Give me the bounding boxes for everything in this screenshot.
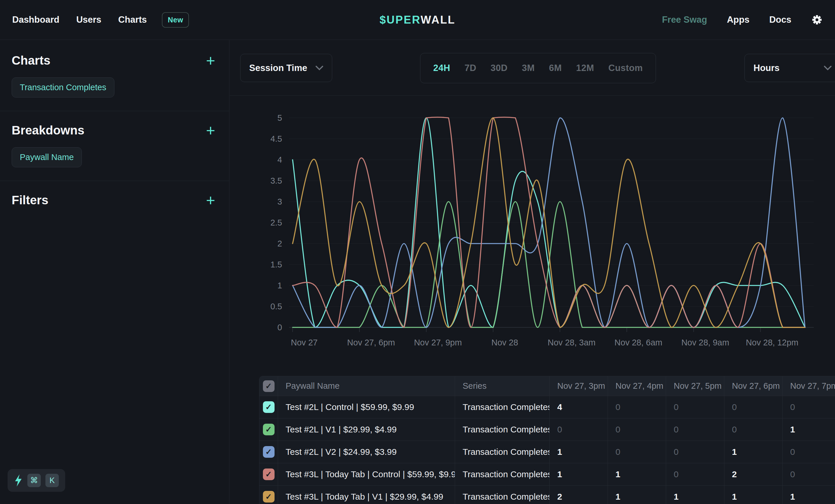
logo-accent-text: $UPER	[380, 14, 421, 26]
y-axis-label: 4	[278, 155, 282, 164]
value-cell: 0	[782, 441, 835, 463]
select-all-cell: ✓	[259, 376, 278, 396]
range-tab-12m[interactable]: 12M	[576, 63, 594, 73]
value-cell: 0	[782, 463, 835, 485]
new-badge: New	[162, 12, 189, 28]
sidebar-section-filters: Filters +	[0, 181, 229, 220]
chip-paywall-name[interactable]: Paywall Name	[12, 147, 82, 167]
value-cell: 1	[550, 463, 608, 485]
k-keycap: K	[45, 474, 59, 487]
range-tab-6m[interactable]: 6M	[549, 63, 562, 73]
table-row: ✓Test #2L | V1 | $29.99, $4.99Transactio…	[259, 418, 835, 441]
select-all-checkbox[interactable]: ✓	[263, 380, 274, 392]
value-cell: 0	[550, 418, 608, 441]
logo-rest-text: WALL	[421, 14, 456, 26]
column-header-time-5: Nov 27, 7pm	[782, 376, 835, 396]
add-chart-button[interactable]: +	[206, 55, 215, 66]
series-cell: Transaction Completes	[455, 486, 550, 504]
nav-item-free-swag[interactable]: Free Swag	[662, 15, 707, 25]
table-row: ✓Test #3L | Today Tab | Control | $59.99…	[259, 463, 835, 486]
x-axis-label: Nov 27	[291, 338, 318, 347]
nav-item-users[interactable]: Users	[76, 15, 101, 25]
row-select-cell: ✓	[259, 486, 278, 504]
column-header-paywall-name: Paywall Name	[278, 376, 455, 396]
y-axis-label: 2.5	[270, 218, 282, 227]
paywall-name-cell: Test #2L | V2 | $24.99, $3.99	[278, 441, 455, 463]
unit-select-value: Hours	[753, 63, 780, 73]
nav-item-apps[interactable]: Apps	[727, 15, 750, 25]
row-select-cell: ✓	[259, 463, 278, 485]
range-tab-7d[interactable]: 7D	[464, 63, 476, 73]
metric-select-value: Session Time	[249, 63, 307, 73]
value-cell: 1	[608, 486, 666, 504]
add-filter-button[interactable]: +	[206, 194, 215, 206]
row-select-cell: ✓	[259, 418, 278, 441]
value-cell: 0	[608, 396, 666, 418]
value-cell: 0	[608, 441, 666, 463]
value-cell: 0	[782, 396, 835, 418]
series-cell: Transaction Completes	[455, 441, 550, 463]
series-data-table: ✓Paywall NameSeriesNov 27, 3pmNov 27, 4p…	[259, 376, 835, 504]
x-axis-label: Nov 28, 9am	[681, 338, 729, 347]
value-cell: 0	[725, 418, 782, 441]
nav-item-docs[interactable]: Docs	[769, 15, 791, 25]
chart-controls-bar: Session Time 24H7D30D3M6M12MCustom Hours	[230, 40, 835, 96]
y-axis-label: 3	[278, 197, 282, 206]
x-axis-label: Nov 28, 12pm	[746, 338, 799, 347]
row-checkbox[interactable]: ✓	[263, 446, 274, 458]
range-tab-3m[interactable]: 3M	[522, 63, 534, 73]
breakdowns-section-title: Breakdowns	[12, 123, 84, 138]
add-breakdown-button[interactable]: +	[206, 125, 215, 136]
range-tab-30d[interactable]: 30D	[491, 63, 507, 73]
lightning-bolt-icon	[14, 474, 23, 486]
series-cell: Transaction Completes	[455, 418, 550, 441]
value-cell: 1	[725, 486, 782, 504]
value-cell: 0	[666, 418, 725, 441]
table-row: ✓Test #2L | V2 | $24.99, $3.99Transactio…	[259, 441, 835, 463]
range-tab-24h[interactable]: 24H	[433, 63, 450, 73]
range-tab-custom[interactable]: Custom	[609, 63, 643, 73]
value-cell: 1	[550, 441, 608, 463]
line-chart[interactable]: 00.511.522.533.544.55Nov 27Nov 27, 6pmNo…	[250, 101, 821, 364]
nav-item-charts[interactable]: Charts	[118, 15, 147, 25]
sidebar-section-breakdowns: Breakdowns + Paywall Name	[0, 111, 229, 181]
y-axis-label: 5	[278, 113, 282, 123]
metric-select[interactable]: Session Time	[240, 54, 332, 82]
y-axis-label: 0.5	[270, 302, 282, 311]
row-checkbox[interactable]: ✓	[263, 491, 274, 503]
value-cell: 0	[666, 396, 725, 418]
column-header-time-1: Nov 27, 3pm	[550, 376, 608, 396]
y-axis-label: 3.5	[270, 176, 282, 185]
y-axis-label: 4.5	[270, 134, 282, 144]
chip-transaction-completes[interactable]: Transaction Completes	[12, 78, 115, 98]
unit-select[interactable]: Hours	[745, 54, 835, 82]
chevron-down-icon	[315, 66, 323, 70]
x-axis-label: Nov 28, 6am	[615, 338, 663, 347]
nav-right-group: Free Swag Apps Docs	[662, 14, 823, 26]
row-checkbox[interactable]: ✓	[263, 401, 274, 413]
table-row: ✓Test #3L | Today Tab | V1 | $29.99, $4.…	[259, 486, 835, 504]
y-axis-label: 1.5	[270, 260, 282, 269]
charts-section-title: Charts	[12, 54, 50, 67]
nav-left-group: Dashboard Users Charts New	[0, 12, 189, 28]
settings-gear-icon[interactable]	[811, 14, 823, 26]
row-checkbox[interactable]: ✓	[263, 468, 274, 480]
value-cell: 1	[666, 486, 725, 504]
series-cell: Transaction Completes	[455, 396, 550, 418]
time-range-tabs: 24H7D30D3M6M12MCustom	[420, 53, 656, 83]
column-header-time-4: Nov 27, 6pm	[725, 376, 782, 396]
column-header-series: Series	[455, 376, 550, 396]
row-checkbox[interactable]: ✓	[263, 424, 274, 435]
table-row: ✓Test #2L | Control | $59.99, $9.99Trans…	[259, 396, 835, 418]
nav-item-dashboard[interactable]: Dashboard	[12, 15, 59, 25]
row-select-cell: ✓	[259, 441, 278, 463]
value-cell: 2	[550, 486, 608, 504]
command-palette-shortcut[interactable]: ⌘ K	[7, 469, 65, 492]
cmd-keycap: ⌘	[27, 474, 41, 487]
y-axis-label: 2	[278, 239, 282, 248]
filters-section-title: Filters	[12, 193, 48, 207]
paywall-name-cell: Test #3L | Today Tab | V1 | $29.99, $4.9…	[278, 486, 455, 504]
value-cell: 1	[725, 441, 782, 463]
x-axis-label: Nov 27, 6pm	[347, 338, 395, 347]
series-cell: Transaction Completes	[455, 463, 550, 485]
